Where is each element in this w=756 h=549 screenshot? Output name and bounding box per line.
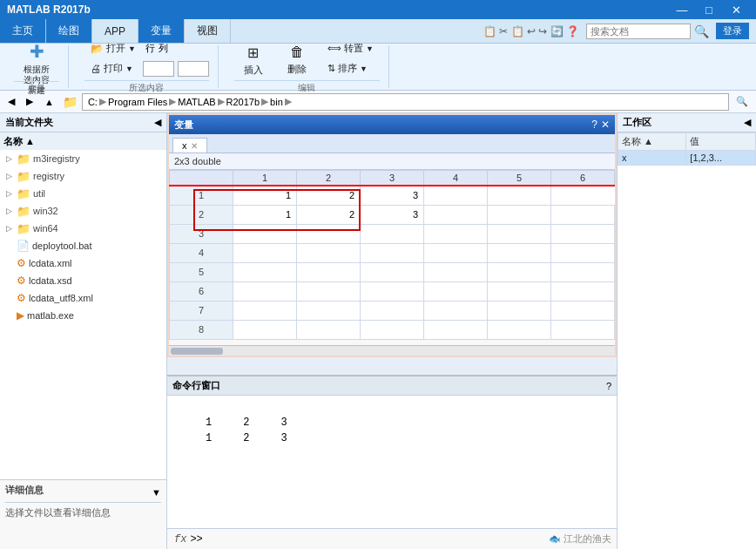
table-cell[interactable] bbox=[424, 320, 488, 339]
table-cell[interactable] bbox=[233, 243, 297, 262]
table-cell[interactable] bbox=[488, 281, 551, 301]
table-cell[interactable] bbox=[551, 281, 615, 301]
list-item[interactable]: ▷ 📁 win32 bbox=[0, 202, 166, 220]
file-panel-header: 当前文件夹 ◀ bbox=[0, 113, 166, 132]
open-button[interactable]: 📂 打开 ▼ bbox=[84, 39, 142, 58]
minimize-button[interactable]: — bbox=[669, 0, 695, 19]
table-cell[interactable] bbox=[424, 243, 488, 262]
table-cell[interactable] bbox=[361, 301, 424, 320]
table-cell[interactable] bbox=[488, 301, 551, 320]
table-cell[interactable] bbox=[551, 243, 615, 262]
scrollbar-thumb[interactable] bbox=[171, 348, 223, 355]
table-cell[interactable] bbox=[424, 281, 488, 301]
table-cell[interactable] bbox=[361, 224, 424, 243]
transpose-button[interactable]: ⟺ 转置 ▼ bbox=[321, 39, 380, 58]
table-cell[interactable] bbox=[488, 320, 551, 339]
delete-button[interactable]: 🗑 删除 bbox=[278, 42, 316, 75]
table-cell[interactable] bbox=[551, 262, 615, 281]
table-cell[interactable] bbox=[233, 224, 297, 243]
table-cell[interactable] bbox=[488, 205, 551, 224]
table-cell[interactable] bbox=[424, 186, 488, 205]
table-cell[interactable] bbox=[297, 301, 361, 320]
expand-icon[interactable]: ▷ bbox=[3, 188, 14, 199]
table-cell[interactable] bbox=[233, 301, 297, 320]
close-button[interactable]: ✕ bbox=[723, 0, 749, 19]
search-input[interactable] bbox=[586, 24, 691, 39]
var-tab-x[interactable]: x ✕ bbox=[172, 138, 207, 152]
table-cell[interactable]: 2 bbox=[297, 205, 361, 224]
table-cell[interactable] bbox=[297, 281, 361, 301]
var-table-container[interactable]: 1 2 3 4 5 6 11232123345678 bbox=[169, 170, 615, 345]
list-item[interactable]: 📄 deploytool.bat bbox=[0, 237, 166, 254]
search-button[interactable]: 🔍 bbox=[694, 24, 709, 38]
list-item[interactable]: ⚙ lcdata.xml bbox=[0, 254, 166, 272]
table-cell[interactable] bbox=[551, 224, 615, 243]
forward-button[interactable]: ▶ bbox=[22, 93, 37, 110]
table-cell[interactable] bbox=[297, 320, 361, 339]
sort-button[interactable]: ⇅ 排序 ▼ bbox=[321, 59, 380, 78]
expand-icon[interactable]: ▷ bbox=[3, 153, 14, 164]
var-tab-close[interactable]: ✕ bbox=[191, 141, 198, 151]
table-cell[interactable] bbox=[488, 224, 551, 243]
col-input[interactable]: 1 bbox=[178, 61, 209, 77]
exe-icon: ▶ bbox=[17, 309, 24, 322]
table-row-header: 7 bbox=[170, 301, 233, 320]
back-button[interactable]: ◀ bbox=[3, 93, 19, 110]
table-cell[interactable] bbox=[233, 320, 297, 339]
login-button[interactable]: 登录 bbox=[716, 23, 749, 39]
table-cell[interactable] bbox=[488, 262, 551, 281]
table-cell[interactable] bbox=[488, 186, 551, 205]
insert-button[interactable]: ⊞ 插入 bbox=[234, 42, 273, 75]
table-cell[interactable] bbox=[361, 281, 424, 301]
list-item[interactable]: ▶ matlab.exe bbox=[0, 307, 166, 324]
table-cell[interactable] bbox=[233, 262, 297, 281]
row-input[interactable]: 1 bbox=[143, 61, 174, 77]
list-item[interactable]: ▷ 📁 registry bbox=[0, 167, 166, 185]
list-item[interactable]: ▷ 📁 win64 bbox=[0, 220, 166, 237]
file-panel-collapse[interactable]: ◀ bbox=[154, 117, 161, 128]
th-col-4: 4 bbox=[424, 171, 488, 186]
table-cell[interactable] bbox=[551, 186, 615, 205]
table-cell[interactable] bbox=[233, 281, 297, 301]
list-item[interactable]: ⚙ lcdata_utf8.xml bbox=[0, 289, 166, 307]
table-cell[interactable] bbox=[297, 262, 361, 281]
table-cell[interactable] bbox=[297, 224, 361, 243]
table-cell[interactable] bbox=[424, 262, 488, 281]
table-cell[interactable] bbox=[551, 205, 615, 224]
table-cell[interactable]: 1 bbox=[233, 205, 297, 224]
table-cell[interactable] bbox=[488, 243, 551, 262]
cmd-content[interactable]: 1 2 3 1 2 3 bbox=[167, 396, 617, 528]
table-cell[interactable]: 3 bbox=[361, 205, 424, 224]
expand-icon[interactable]: ▷ bbox=[3, 171, 14, 181]
table-cell[interactable] bbox=[424, 224, 488, 243]
table-cell[interactable]: 2 bbox=[297, 186, 361, 205]
detail-collapse[interactable]: ▼ bbox=[152, 487, 161, 498]
table-cell[interactable] bbox=[361, 320, 424, 339]
up-button[interactable]: ▲ bbox=[40, 94, 58, 110]
list-item[interactable]: ▷ 📁 util bbox=[0, 185, 166, 202]
print-button[interactable]: 🖨 打印 ▼ bbox=[84, 59, 139, 78]
table-cell[interactable]: 1 bbox=[233, 186, 297, 205]
list-item[interactable]: ⚙ lcdata.xsd bbox=[0, 272, 166, 289]
table-cell[interactable] bbox=[424, 205, 488, 224]
address-search-button[interactable]: 🔍 bbox=[732, 93, 753, 110]
table-cell[interactable] bbox=[361, 262, 424, 281]
maximize-button[interactable]: □ bbox=[696, 0, 722, 19]
cmd-help[interactable]: ? bbox=[606, 381, 611, 391]
expand-icon[interactable]: ▷ bbox=[3, 223, 14, 234]
ws-row-name[interactable]: x bbox=[618, 151, 686, 166]
workspace-collapse[interactable]: ◀ bbox=[744, 117, 751, 128]
expand-icon[interactable]: ▷ bbox=[3, 206, 14, 216]
table-cell[interactable] bbox=[361, 243, 424, 262]
table-cell[interactable] bbox=[551, 301, 615, 320]
new-from-selection-button[interactable]: ✚ 根据所选内容新建 bbox=[14, 38, 59, 78]
table-cell[interactable]: 3 bbox=[361, 186, 424, 205]
list-item[interactable]: ▷ 📁 m3iregistry bbox=[0, 150, 166, 167]
table-cell[interactable] bbox=[551, 320, 615, 339]
address-bar[interactable]: C: ▶ Program Files ▶ MATLAB ▶ R2017b ▶ b… bbox=[82, 93, 729, 111]
var-editor-help[interactable]: ? bbox=[591, 119, 597, 131]
var-editor-close[interactable]: ✕ bbox=[601, 119, 610, 131]
table-cell[interactable] bbox=[424, 301, 488, 320]
table-cell[interactable] bbox=[297, 243, 361, 262]
horizontal-scrollbar[interactable] bbox=[169, 345, 615, 356]
